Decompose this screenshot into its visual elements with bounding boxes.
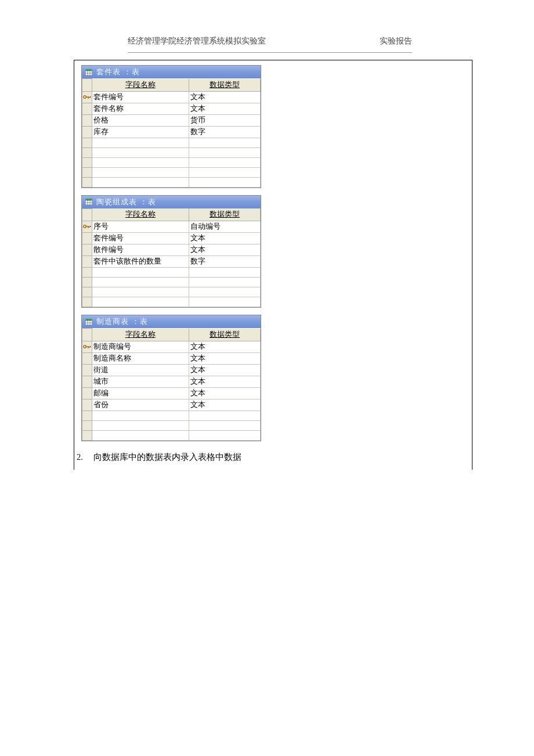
- table-row[interactable]: 套件名称文本: [82, 103, 261, 114]
- row-selector[interactable]: [82, 387, 92, 399]
- table-row[interactable]: 序号自动编号: [82, 221, 261, 233]
- data-type-cell[interactable]: [189, 297, 260, 307]
- col-header-field-name[interactable]: 字段名称: [92, 208, 189, 221]
- data-type-cell[interactable]: 文本: [189, 341, 260, 352]
- field-name-cell[interactable]: [92, 278, 189, 287]
- table-row[interactable]: 省份文本: [82, 399, 261, 411]
- data-type-cell[interactable]: 文本: [189, 244, 260, 256]
- data-type-cell[interactable]: [189, 420, 260, 430]
- field-name-cell[interactable]: 邮编: [92, 387, 189, 399]
- row-selector[interactable]: [82, 399, 92, 411]
- table-row[interactable]: 套件编号文本: [82, 233, 261, 244]
- table-row[interactable]: 城市文本: [82, 376, 261, 387]
- row-selector[interactable]: [82, 364, 92, 376]
- data-type-cell[interactable]: 文本: [189, 103, 260, 114]
- table-row-empty[interactable]: [82, 268, 261, 278]
- data-type-cell[interactable]: 文本: [189, 91, 260, 103]
- data-type-cell[interactable]: [189, 430, 260, 440]
- field-name-cell[interactable]: 套件中该散件的数量: [92, 256, 189, 268]
- table-row[interactable]: 散件编号文本: [82, 244, 261, 256]
- row-selector[interactable]: [82, 256, 92, 268]
- data-type-cell[interactable]: 自动编号: [189, 221, 260, 233]
- data-type-cell[interactable]: [189, 268, 260, 278]
- table-row[interactable]: 制造商名称文本: [82, 352, 261, 364]
- field-name-cell[interactable]: [92, 138, 189, 147]
- data-type-cell[interactable]: 文本: [189, 364, 260, 376]
- field-name-cell[interactable]: 街道: [92, 364, 189, 376]
- field-name-cell[interactable]: 价格: [92, 114, 189, 126]
- col-header-data-type[interactable]: 数据类型: [189, 329, 260, 341]
- data-type-cell[interactable]: 文本: [189, 399, 260, 411]
- row-selector[interactable]: [82, 126, 92, 138]
- row-selector[interactable]: [82, 167, 92, 177]
- row-selector[interactable]: [82, 287, 92, 297]
- data-type-cell[interactable]: [189, 411, 260, 420]
- data-type-cell[interactable]: 文本: [189, 352, 260, 364]
- field-name-cell[interactable]: 库存: [92, 126, 189, 138]
- table-row[interactable]: 价格货币: [82, 114, 261, 126]
- table-row-empty[interactable]: [82, 420, 261, 430]
- field-name-cell[interactable]: 套件编号: [92, 233, 189, 244]
- data-type-cell[interactable]: [189, 278, 260, 287]
- field-name-cell[interactable]: 制造商编号: [92, 341, 189, 352]
- row-selector-header[interactable]: [82, 79, 92, 92]
- row-selector[interactable]: [82, 91, 92, 103]
- field-name-cell[interactable]: [92, 157, 189, 167]
- data-type-cell[interactable]: 文本: [189, 233, 260, 244]
- field-name-cell[interactable]: 省份: [92, 399, 189, 411]
- field-name-cell[interactable]: 套件编号: [92, 91, 189, 103]
- data-type-cell[interactable]: [189, 167, 260, 177]
- row-selector[interactable]: [82, 221, 92, 233]
- field-name-cell[interactable]: [92, 297, 189, 307]
- row-selector[interactable]: [82, 244, 92, 256]
- field-name-cell[interactable]: [92, 420, 189, 430]
- data-type-cell[interactable]: 数字: [189, 126, 260, 138]
- table-row-empty[interactable]: [82, 177, 261, 187]
- row-selector[interactable]: [82, 114, 92, 126]
- row-selector[interactable]: [82, 138, 92, 147]
- table-row-empty[interactable]: [82, 147, 261, 157]
- data-type-cell[interactable]: [189, 157, 260, 167]
- data-type-cell[interactable]: 数字: [189, 256, 260, 268]
- data-type-cell[interactable]: [189, 287, 260, 297]
- col-header-data-type[interactable]: 数据类型: [189, 208, 260, 221]
- window-title-bar[interactable]: 陶瓷组成表 ：表: [82, 196, 261, 208]
- table-row[interactable]: 库存数字: [82, 126, 261, 138]
- field-name-cell[interactable]: 序号: [92, 221, 189, 233]
- table-row[interactable]: 套件编号文本: [82, 91, 261, 103]
- field-name-cell[interactable]: [92, 147, 189, 157]
- data-type-cell[interactable]: [189, 147, 260, 157]
- row-selector[interactable]: [82, 103, 92, 114]
- field-name-cell[interactable]: 散件编号: [92, 244, 189, 256]
- row-selector[interactable]: [82, 157, 92, 167]
- row-selector[interactable]: [82, 297, 92, 307]
- row-selector[interactable]: [82, 352, 92, 364]
- row-selector[interactable]: [82, 177, 92, 187]
- row-selector[interactable]: [82, 430, 92, 440]
- field-name-cell[interactable]: 城市: [92, 376, 189, 387]
- table-row[interactable]: 套件中该散件的数量数字: [82, 256, 261, 268]
- field-name-cell[interactable]: [92, 287, 189, 297]
- row-selector[interactable]: [82, 268, 92, 278]
- data-type-cell[interactable]: 文本: [189, 387, 260, 399]
- row-selector[interactable]: [82, 411, 92, 420]
- field-name-cell[interactable]: [92, 430, 189, 440]
- data-type-cell[interactable]: 货币: [189, 114, 260, 126]
- row-selector[interactable]: [82, 278, 92, 287]
- row-selector[interactable]: [82, 233, 92, 244]
- window-title-bar[interactable]: 制造商表 ：表: [82, 315, 261, 328]
- col-header-field-name[interactable]: 字段名称: [92, 79, 189, 92]
- table-row-empty[interactable]: [82, 411, 261, 420]
- table-row-empty[interactable]: [82, 138, 261, 147]
- window-title-bar[interactable]: 套件表 ：表: [82, 66, 261, 78]
- field-name-cell[interactable]: [92, 167, 189, 177]
- row-selector[interactable]: [82, 420, 92, 430]
- field-name-cell[interactable]: 套件名称: [92, 103, 189, 114]
- row-selector-header[interactable]: [82, 208, 92, 221]
- data-type-cell[interactable]: 文本: [189, 376, 260, 387]
- table-row[interactable]: 邮编文本: [82, 387, 261, 399]
- table-row[interactable]: 街道文本: [82, 364, 261, 376]
- row-selector-header[interactable]: [82, 329, 92, 341]
- field-name-cell[interactable]: [92, 177, 189, 187]
- table-row-empty[interactable]: [82, 278, 261, 287]
